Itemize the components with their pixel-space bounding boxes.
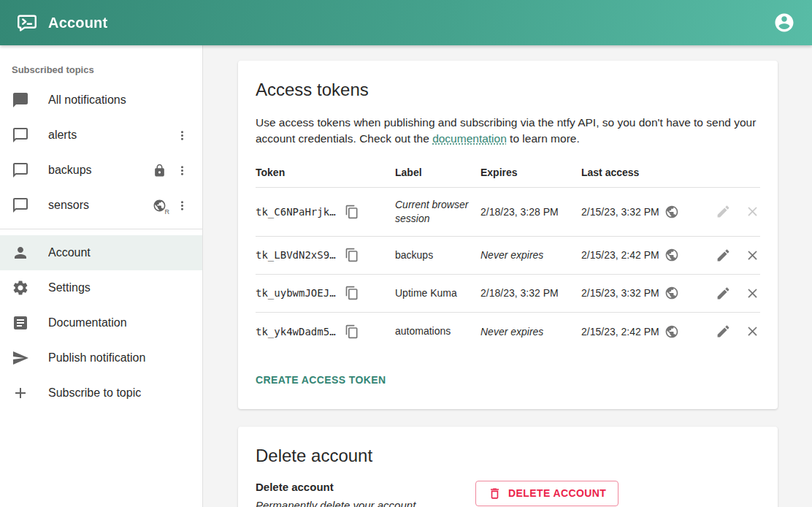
plus-icon <box>12 384 29 402</box>
table-header-row: Token Label Expires Last access <box>256 162 760 188</box>
label-cell: Uptime Kuma <box>395 286 480 300</box>
globe-icon <box>664 286 679 300</box>
token-cell: tk_LBVdN2xS9… <box>256 248 395 262</box>
last-access-cell: 2/15/23, 3:32 PM <box>581 205 698 219</box>
main-content: Access tokens Use access tokens when pub… <box>203 45 812 507</box>
row-actions <box>698 204 760 219</box>
sidebar-item-label: alerts <box>48 129 168 142</box>
expires-cell: Never expires <box>480 326 581 338</box>
sidebar-item-label: Publish notification <box>48 351 191 365</box>
close-icon[interactable] <box>745 286 760 301</box>
copy-icon[interactable] <box>345 248 359 262</box>
expires-cell: 2/18/23, 3:32 PM <box>480 287 581 299</box>
sidebar-item-settings[interactable]: Settings <box>0 270 202 305</box>
access-tokens-table: Token Label Expires Last access tk_C6NPa… <box>256 162 760 351</box>
subscribed-topics-label: Subscribed topics <box>0 56 202 83</box>
chat-outline-icon <box>12 197 29 214</box>
expires-cell: 2/18/23, 3:28 PM <box>480 206 581 218</box>
app-header: Account <box>0 0 812 45</box>
more-vert-icon[interactable] <box>173 126 191 144</box>
sidebar-item-label: Settings <box>48 281 191 294</box>
last-access-cell: 2/15/23, 2:42 PM <box>581 324 698 339</box>
globe-reservation-icon: R <box>150 197 168 214</box>
globe-icon <box>664 324 679 339</box>
row-actions <box>698 324 760 339</box>
edit-icon[interactable] <box>716 286 731 301</box>
access-tokens-card: Access tokens Use access tokens when pub… <box>238 61 778 409</box>
sidebar-item-label: backups <box>48 164 150 177</box>
sidebar-item-label: Account <box>48 246 191 259</box>
edit-icon <box>716 204 731 219</box>
access-tokens-description: Use access tokens when publishing and su… <box>256 115 759 148</box>
more-vert-icon[interactable] <box>173 161 191 179</box>
account-circle-icon[interactable] <box>773 11 796 34</box>
col-last-access: Last access <box>581 167 698 178</box>
person-icon <box>12 244 29 262</box>
chat-outline-icon <box>12 161 29 179</box>
copy-icon[interactable] <box>345 324 359 339</box>
sidebar: Subscribed topics All notifications aler… <box>0 45 203 507</box>
globe-icon <box>664 205 679 219</box>
col-label: Label <box>395 167 480 178</box>
trash-icon <box>488 487 502 500</box>
access-tokens-title: Access tokens <box>256 80 760 100</box>
more-vert-icon[interactable] <box>173 197 191 214</box>
chat-outline-icon <box>12 126 29 144</box>
delete-account-subtitle: Delete account <box>256 481 475 493</box>
sidebar-item-alerts[interactable]: alerts <box>0 118 202 153</box>
close-icon[interactable] <box>745 324 760 339</box>
label-cell: automations <box>395 324 480 338</box>
chat-filled-icon <box>12 91 29 109</box>
globe-icon <box>664 248 679 262</box>
copy-icon[interactable] <box>345 286 359 300</box>
gear-icon <box>12 279 29 297</box>
sidebar-item-label: sensors <box>48 199 150 212</box>
sidebar-item-sensors[interactable]: sensors R <box>0 188 202 223</box>
delete-account-description: Permanently delete your account <box>256 499 475 507</box>
sidebar-item-all-notifications[interactable]: All notifications <box>0 83 202 118</box>
delete-account-card: Delete account Delete account Permanentl… <box>238 427 778 507</box>
sidebar-item-publish-notification[interactable]: Publish notification <box>0 340 202 376</box>
lock-icon <box>150 161 168 179</box>
delete-account-button[interactable]: DELETE ACCOUNT <box>475 481 618 506</box>
sidebar-item-account[interactable]: Account <box>0 235 202 270</box>
edit-icon[interactable] <box>716 248 731 263</box>
documentation-link[interactable]: documentation <box>432 132 507 145</box>
send-icon <box>12 349 29 367</box>
sidebar-item-backups[interactable]: backups <box>0 153 202 188</box>
close-icon[interactable] <box>745 248 760 263</box>
last-access-cell: 2/15/23, 2:42 PM <box>581 248 698 262</box>
token-cell: tk_uybwmJOEJ… <box>256 286 395 300</box>
col-expires: Expires <box>480 167 581 178</box>
row-actions <box>698 286 760 301</box>
table-row: tk_yk4wDadm5… automations Never expires … <box>256 313 760 351</box>
article-icon <box>12 314 29 332</box>
edit-icon[interactable] <box>716 324 731 339</box>
sidebar-item-label: All notifications <box>48 94 191 107</box>
copy-icon[interactable] <box>345 205 359 219</box>
token-cell: tk_yk4wDadm5… <box>256 324 395 339</box>
sidebar-item-documentation[interactable]: Documentation <box>0 305 202 340</box>
label-cell: backups <box>395 248 480 262</box>
col-token: Token <box>256 167 395 178</box>
last-access-cell: 2/15/23, 3:32 PM <box>581 286 698 300</box>
token-cell: tk_C6NPaHrjk… <box>256 205 395 219</box>
create-access-token-button[interactable]: CREATE ACCESS TOKEN <box>256 370 386 390</box>
close-icon <box>745 204 760 219</box>
table-row: tk_LBVdN2xS9… backups Never expires 2/15… <box>256 237 760 275</box>
table-row: tk_C6NPaHrjk… Current browser session 2/… <box>256 188 760 237</box>
sidebar-item-subscribe-to-topic[interactable]: Subscribe to topic <box>0 376 202 411</box>
page-title: Account <box>48 15 107 31</box>
expires-cell: Never expires <box>480 249 581 261</box>
sidebar-item-label: Documentation <box>48 316 191 329</box>
table-row: tk_uybwmJOEJ… Uptime Kuma 2/18/23, 3:32 … <box>256 275 760 313</box>
sidebar-divider <box>0 229 202 229</box>
delete-account-title: Delete account <box>256 446 760 466</box>
label-cell: Current browser session <box>395 198 480 226</box>
row-actions <box>698 248 760 263</box>
ntfy-logo-icon <box>16 12 38 34</box>
sidebar-item-label: Subscribe to topic <box>48 386 191 400</box>
